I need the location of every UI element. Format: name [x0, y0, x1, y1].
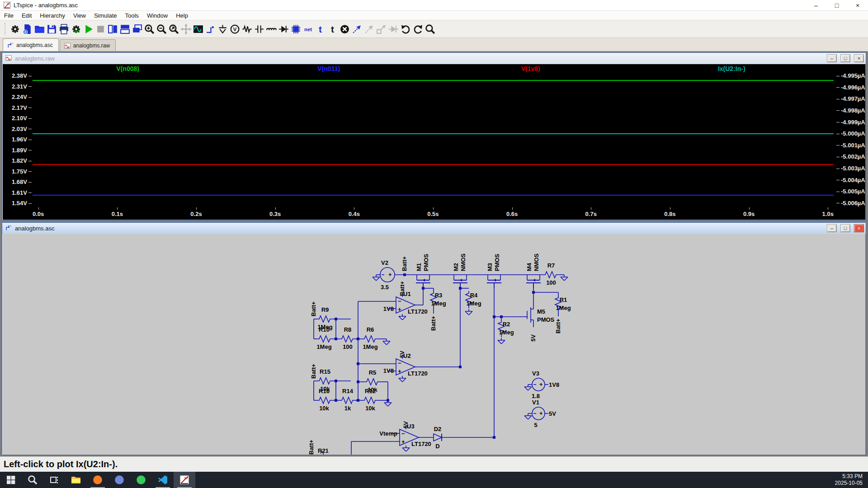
minimize-button[interactable]: –: [806, 0, 826, 10]
menu-file[interactable]: File: [0, 11, 18, 20]
trace-label-V(n011)[interactable]: V(n011): [317, 65, 340, 72]
schematic-canvas[interactable]: R7100R31MegR41MegR11MegR21MegR91MegR101M…: [3, 234, 865, 455]
diode-button[interactable]: [278, 22, 290, 36]
waveform-close-button[interactable]: ×: [854, 54, 864, 62]
menu-help[interactable]: Help: [172, 11, 192, 20]
halt-button[interactable]: [94, 22, 107, 36]
left-axis-tick: 2.38V: [12, 73, 32, 79]
copy-button[interactable]: [351, 22, 363, 36]
waveform-window-titlebar[interactable]: analogbms.raw – □ ×: [2, 53, 866, 64]
zoom-extents-button[interactable]: [168, 22, 180, 36]
schematic-window-titlebar[interactable]: analogbms.asc – □ ×: [2, 223, 866, 234]
zoom-in-button[interactable]: [143, 22, 156, 36]
left-axis-tick: 2.24V: [12, 94, 32, 100]
text-button[interactable]: t: [314, 22, 326, 36]
ground-icon: [217, 23, 228, 35]
windows-taskbar: 17 5:33 PM 2025-10-05: [0, 472, 868, 488]
label-net-button[interactable]: V: [229, 22, 241, 36]
mirror-button[interactable]: [387, 22, 400, 36]
start-button[interactable]: [0, 472, 22, 488]
svg-text:V2: V2: [381, 259, 388, 266]
trace-label-V(n008)[interactable]: V(n008): [116, 65, 139, 72]
taskbar-clock[interactable]: 5:33 PM 2025-10-05: [830, 472, 868, 488]
vscode-button[interactable]: [152, 472, 174, 488]
trace-V(n008): [33, 80, 834, 81]
svg-text:Batt+: Batt+: [399, 281, 406, 296]
menu-view[interactable]: View: [69, 11, 90, 20]
right-axis-tick: -5.003µA: [836, 166, 865, 171]
right-axis-tick: -4.998µA: [836, 108, 865, 113]
ltspice-application: 17 LTspice - analogbms.asc – □ × FileEdi…: [0, 0, 868, 488]
discord-button[interactable]: [108, 472, 130, 488]
spice-directive-button[interactable]: t: [326, 22, 339, 36]
tile-horizontal-button[interactable]: [119, 22, 131, 36]
waveform-minimize-button[interactable]: –: [827, 54, 837, 62]
whatsapp-button[interactable]: [130, 472, 152, 488]
firefox-button[interactable]: [87, 472, 108, 488]
save-button[interactable]: [46, 22, 58, 36]
schematic-restore-button[interactable]: □: [840, 224, 850, 232]
component-icon: [290, 23, 302, 35]
menu-hierarchy[interactable]: Hierarchy: [36, 11, 69, 20]
new-schematic-button[interactable]: [21, 22, 33, 36]
trace-label-V(1v8)[interactable]: V(1v8): [521, 65, 540, 72]
ltspice-button[interactable]: 17: [174, 472, 195, 488]
run-icon: [83, 23, 94, 35]
find-button[interactable]: [424, 22, 436, 36]
svg-text:5V: 5V: [549, 410, 556, 417]
schematic-minimize-button[interactable]: –: [827, 224, 837, 232]
move-button[interactable]: [375, 22, 387, 36]
search-button[interactable]: [22, 472, 43, 488]
svg-text:PMOS: PMOS: [423, 253, 429, 271]
paste-button[interactable]: [363, 22, 375, 36]
waveform-restore-button[interactable]: □: [840, 54, 850, 62]
sim-command-button[interactable]: ac: [70, 22, 82, 36]
menu-window[interactable]: Window: [143, 11, 172, 20]
control-panel-button[interactable]: [9, 22, 21, 36]
file-explorer-icon: [71, 474, 81, 485]
inductor-button[interactable]: [265, 22, 278, 36]
tile-vertical-button[interactable]: [107, 22, 119, 36]
firefox-icon: [92, 474, 103, 485]
maximize-button[interactable]: □: [826, 0, 847, 10]
svg-text:V: V: [233, 26, 237, 32]
menu-simulate[interactable]: Simulate: [90, 11, 121, 20]
svg-text:R6: R6: [367, 326, 374, 333]
cascade-button[interactable]: [131, 22, 143, 36]
tab-analogbms.asc[interactable]: analogbms.asc: [3, 38, 59, 51]
zoom-out-icon: [156, 23, 167, 35]
delete-button[interactable]: [339, 22, 351, 36]
file-explorer-button[interactable]: [65, 472, 87, 488]
title-bar: 17 LTspice - analogbms.asc – □ ×: [0, 0, 868, 11]
undo-button[interactable]: [400, 22, 412, 36]
schematic-close-button[interactable]: ×: [854, 224, 864, 232]
netname-button[interactable]: net: [302, 22, 314, 36]
svg-text:Batt+: Batt+: [310, 301, 317, 316]
ground-button[interactable]: [217, 22, 229, 36]
zoom-out-button[interactable]: [156, 22, 168, 36]
resistor-button[interactable]: [241, 22, 253, 36]
run-button[interactable]: [82, 22, 94, 36]
schematic-drawing: R7100R31MegR41MegR11MegR21MegR91MegR101M…: [3, 234, 865, 455]
trace-label-Ix(U2:In-)[interactable]: Ix(U2:In-): [718, 65, 745, 72]
open-button[interactable]: [33, 22, 46, 36]
svg-text:+: +: [401, 438, 405, 445]
component-button[interactable]: [290, 22, 302, 36]
task-view-button[interactable]: [43, 472, 65, 488]
pan-button[interactable]: [180, 22, 192, 36]
menu-tools[interactable]: Tools: [121, 11, 143, 20]
redo-button[interactable]: [412, 22, 424, 36]
wire-button[interactable]: [204, 22, 217, 36]
autorange-button[interactable]: [192, 22, 204, 36]
waveform-plot-area[interactable]: V(n008)V(n011)V(1v8)Ix(U2:In-) 2.38V2.31…: [3, 64, 865, 220]
close-button[interactable]: ×: [847, 0, 868, 10]
tab-analogbms.raw[interactable]: analogbms.raw: [60, 39, 116, 51]
capacitor-button[interactable]: [253, 22, 265, 36]
svg-text:10k: 10k: [319, 405, 329, 412]
menu-edit[interactable]: Edit: [18, 11, 36, 20]
svg-text:M3: M3: [486, 263, 493, 271]
print-button[interactable]: [58, 22, 70, 36]
status-message: Left-click to plot Ix(U2:In-).: [4, 459, 118, 469]
svg-text:M2: M2: [453, 263, 459, 271]
svg-text:R2: R2: [503, 321, 510, 328]
